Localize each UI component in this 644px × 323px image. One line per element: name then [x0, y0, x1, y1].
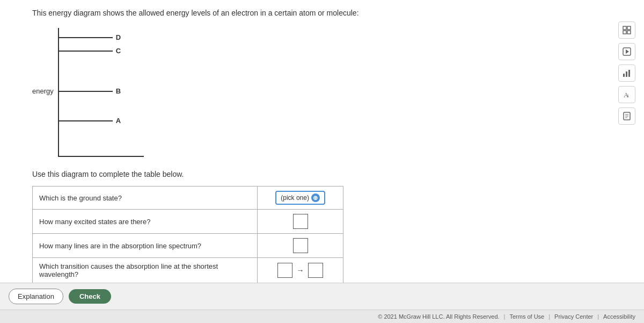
pick-one-button[interactable]: (pick one) ⊕ [275, 191, 325, 205]
table-row: How many lines are in the absorption lin… [33, 234, 343, 258]
pick-one-icon: ⊕ [311, 193, 320, 202]
book-icon[interactable] [618, 107, 635, 125]
svg-rect-2 [623, 31, 626, 34]
question-text-1: Which is the ground state? [39, 194, 122, 202]
table-row: Which is the ground state? (pick one) ⊕ [33, 186, 343, 210]
svg-rect-3 [627, 31, 631, 34]
footer-divider-3: | [597, 313, 599, 320]
accessibility-link[interactable]: Accessibility [603, 313, 635, 320]
question-text-4: Which transition causes the absorption l… [39, 262, 218, 278]
energy-level-C: C [59, 47, 121, 55]
answer-cell-1: (pick one) ⊕ [258, 186, 343, 210]
main-content: A i This energy diagram shows the allowe… [0, 0, 644, 283]
energy-line-A [59, 120, 113, 121]
question-text-3: How many lines are in the absorption lin… [39, 242, 201, 250]
level-label-A: A [116, 117, 121, 125]
answer-table: Which is the ground state? (pick one) ⊕ … [32, 186, 343, 283]
question-cell-3: How many lines are in the absorption lin… [33, 234, 258, 258]
privacy-link[interactable]: Privacy Center [554, 313, 593, 320]
check-button[interactable]: Check [69, 289, 111, 304]
energy-level-D: D [59, 33, 121, 41]
svg-text:i: i [627, 93, 629, 98]
answer-input-2[interactable] [293, 214, 308, 229]
text-format-icon[interactable]: A i [618, 86, 635, 103]
right-toolbar: A i [618, 21, 635, 125]
energy-level-B: B [59, 87, 121, 95]
level-label-B: B [116, 87, 121, 95]
answer-cell-2 [258, 210, 343, 234]
energy-label: energy [32, 87, 54, 95]
pick-one-label: (pick one) [281, 194, 309, 202]
question-text-2: How many excited states are there? [39, 218, 150, 226]
question-cell-2: How many excited states are there? [33, 210, 258, 234]
copyright-text: © 2021 McGraw Hill LLC. All Rights Reser… [378, 313, 499, 320]
svg-rect-1 [627, 26, 631, 30]
transition-from-4[interactable] [277, 263, 292, 278]
arrow-4: → [297, 266, 304, 275]
svg-rect-0 [623, 26, 626, 30]
footer: © 2021 McGraw Hill LLC. All Rights Reser… [0, 310, 644, 323]
grid-icon[interactable] [618, 21, 635, 39]
play-icon[interactable] [618, 43, 635, 60]
energy-level-A: A [59, 117, 121, 125]
bottom-bar: Explanation Check [0, 283, 644, 310]
answer-input-3[interactable] [293, 238, 308, 253]
table-row: Which transition causes the absorption l… [33, 258, 343, 283]
energy-line-D [59, 37, 113, 38]
table-row: How many excited states are there? [33, 210, 343, 234]
intro-text: This energy diagram shows the allowed en… [32, 9, 612, 17]
question-cell-4: Which transition causes the absorption l… [33, 258, 258, 283]
footer-divider-1: | [504, 313, 506, 320]
answer-cell-3 [258, 234, 343, 258]
footer-divider-2: | [548, 313, 550, 320]
answer-cell-4: → [258, 258, 343, 283]
level-label-C: C [116, 47, 121, 55]
table-intro-text: Use this diagram to complete the table b… [32, 170, 612, 178]
chart-icon[interactable] [618, 64, 635, 82]
transition-to-4[interactable] [308, 263, 323, 278]
svg-rect-6 [623, 74, 625, 77]
svg-rect-8 [628, 70, 630, 77]
svg-marker-5 [626, 49, 629, 54]
explanation-button[interactable]: Explanation [9, 289, 63, 304]
level-label-D: D [116, 33, 121, 41]
question-cell-1: Which is the ground state? [33, 186, 258, 210]
energy-line-B [59, 91, 113, 92]
svg-rect-7 [626, 71, 627, 77]
energy-line-C [59, 51, 113, 52]
diagram-box: D C B A [58, 28, 144, 157]
terms-link[interactable]: Terms of Use [509, 313, 544, 320]
diagram-container: energy D C B A [32, 28, 612, 157]
